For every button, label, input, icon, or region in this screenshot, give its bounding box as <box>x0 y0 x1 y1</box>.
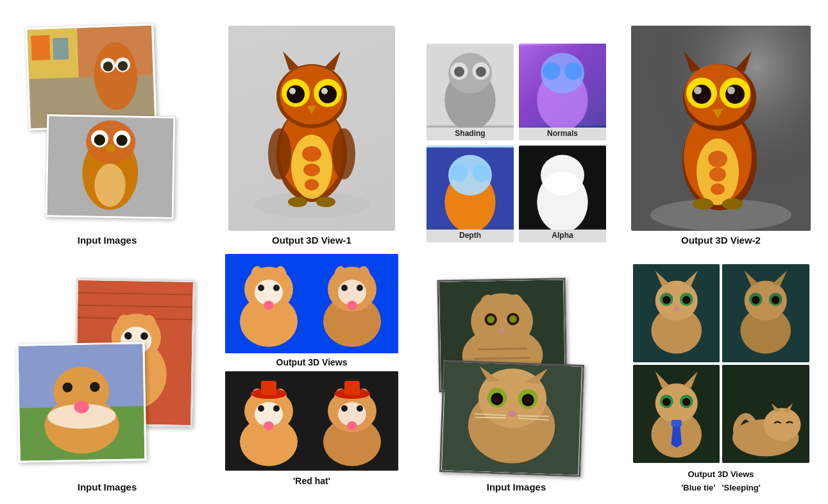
svg-rect-10 <box>53 37 69 60</box>
depth-image <box>427 146 514 230</box>
depth-label: Depth <box>459 231 481 240</box>
owl-input-label: Input Images <box>78 235 137 246</box>
dog-hat-label: 'Red hat' <box>225 476 398 486</box>
owl-photo-back <box>25 23 156 130</box>
owl-view2-image <box>631 26 811 231</box>
svg-point-34 <box>319 85 337 103</box>
svg-point-33 <box>287 85 305 103</box>
svg-point-178 <box>682 296 690 304</box>
shading-image <box>427 44 514 128</box>
svg-point-61 <box>541 155 584 195</box>
dog-views-cell: Output 3D Views <box>211 254 412 498</box>
svg-point-53 <box>564 62 582 80</box>
svg-point-26 <box>305 179 319 190</box>
owl-view2-cell: Output 3D View-2 <box>620 6 822 251</box>
cat-sleeping-render <box>722 365 809 463</box>
svg-point-52 <box>543 62 560 80</box>
cat-views-cell: Output 3D Views 'Blue tie' 'Sleeping' <box>620 254 822 498</box>
svg-point-47 <box>454 67 464 77</box>
svg-line-154 <box>477 349 527 349</box>
svg-point-114 <box>264 301 274 310</box>
cat-input-cell: Input Images <box>416 254 617 498</box>
svg-point-58 <box>472 164 489 181</box>
dog-photo-front <box>16 342 146 462</box>
cat-sub-labels-row: 'Blue tie' 'Sleeping' <box>681 479 761 492</box>
svg-point-188 <box>772 296 779 304</box>
shading-label: Shading <box>455 129 485 138</box>
svg-point-202 <box>764 408 801 441</box>
svg-rect-133 <box>261 381 276 395</box>
svg-point-140 <box>357 405 363 412</box>
cat-bluetie-render <box>633 365 720 463</box>
svg-point-68 <box>708 151 727 167</box>
dog-hat-views <box>225 371 398 471</box>
svg-point-112 <box>258 285 264 291</box>
cat-render-2 <box>722 264 809 362</box>
cat-views-main-label: Output 3D Views <box>688 469 754 479</box>
alpha-label: Alpha <box>552 231 573 240</box>
cat-input-label: Input Images <box>487 482 546 492</box>
svg-point-77 <box>692 85 711 104</box>
dog-input-label: Input Images <box>78 482 137 492</box>
svg-point-35 <box>289 88 296 94</box>
svg-point-179 <box>673 306 679 311</box>
owl-alpha-panel: Alpha <box>519 146 606 242</box>
owl-input-images <box>14 26 200 231</box>
svg-point-129 <box>258 405 264 412</box>
svg-point-197 <box>682 398 690 406</box>
svg-point-83 <box>722 198 743 210</box>
cat-sleeping-label: 'Sleeping' <box>722 483 760 492</box>
svg-point-79 <box>694 87 702 94</box>
svg-point-131 <box>264 421 274 430</box>
svg-point-177 <box>663 296 670 304</box>
dog-views-panel: Output 3D Views <box>225 254 398 493</box>
svg-point-70 <box>711 183 725 195</box>
owl-normals-subpanel: Normals <box>519 44 606 140</box>
svg-marker-29 <box>283 51 299 71</box>
owl-view2-label: Output 3D View-2 <box>681 235 761 246</box>
normals-label: Normals <box>547 129 578 138</box>
svg-point-141 <box>347 421 357 430</box>
dog-views-label: Output 3D Views <box>225 357 398 367</box>
cat-views-label-row: Output 3D Views <box>688 466 754 479</box>
svg-point-196 <box>663 398 670 406</box>
svg-point-41 <box>332 128 355 180</box>
owl-normals-panel: Shading Normals <box>423 40 609 246</box>
owl-input-cell: Input Images <box>6 6 208 251</box>
owl-shading-panel: Shading <box>427 44 514 140</box>
owl-view1-label: Output 3D View-1 <box>272 235 351 246</box>
cat-photo-front <box>439 360 584 477</box>
owl-view1-cell: Output 3D View-1 <box>211 6 412 251</box>
svg-point-40 <box>268 128 291 180</box>
svg-point-36 <box>321 88 328 94</box>
svg-point-121 <box>357 285 363 291</box>
dog-blue-views <box>225 254 398 353</box>
dog-input-cell: Input Images <box>6 254 208 498</box>
svg-point-57 <box>450 164 468 181</box>
alpha-image <box>519 146 606 230</box>
svg-marker-30 <box>325 51 341 71</box>
cat-views-grid <box>633 264 809 463</box>
cat-input-images <box>428 279 605 478</box>
svg-point-24 <box>302 146 321 162</box>
svg-point-113 <box>273 285 280 291</box>
cat-render-1 <box>633 264 720 362</box>
svg-point-38 <box>288 197 307 207</box>
svg-point-130 <box>273 405 280 412</box>
svg-point-139 <box>341 405 348 412</box>
owl-photo-front <box>46 114 176 219</box>
owl-depth-panel: Depth <box>427 146 514 242</box>
svg-point-69 <box>709 167 726 181</box>
cat-bluetie-label: 'Blue tie' <box>681 483 715 492</box>
svg-point-120 <box>341 285 348 291</box>
svg-point-78 <box>725 85 745 104</box>
svg-rect-199 <box>671 420 682 426</box>
dog-input-images <box>14 279 200 478</box>
main-grid: Input Images <box>0 0 828 504</box>
svg-point-187 <box>752 296 759 304</box>
svg-point-25 <box>303 164 320 176</box>
owl-view1-image <box>228 26 395 231</box>
svg-point-80 <box>727 87 735 94</box>
svg-line-155 <box>475 358 530 359</box>
svg-point-122 <box>347 301 357 310</box>
